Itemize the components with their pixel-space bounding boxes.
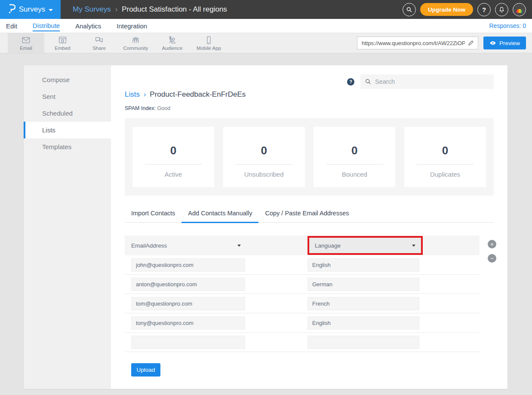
manual-contacts-table-wrap: EmailAddress Language bbox=[125, 236, 494, 352]
responses-count: Responses: 0 bbox=[489, 22, 526, 29]
language-input[interactable] bbox=[308, 316, 419, 330]
sidebar-item-lists[interactable]: Lists bbox=[24, 122, 111, 138]
tab-copy-paste-email-addresses[interactable]: Copy / Paste Email Addresses bbox=[258, 210, 355, 222]
avatar[interactable] bbox=[513, 3, 526, 16]
breadcrumb-survey-title: Product Satisfaction - All regions bbox=[122, 5, 227, 14]
nav-item-integration[interactable]: Integration bbox=[117, 21, 147, 31]
toolbar-item-community[interactable]: Community bbox=[117, 33, 154, 53]
email-input[interactable] bbox=[131, 316, 245, 330]
toolbar-label: Embed bbox=[55, 46, 70, 51]
language-input[interactable] bbox=[308, 258, 419, 272]
distribute-toolbar: Email Embed Share Community $ Audience M… bbox=[0, 33, 532, 53]
upload-button[interactable]: Upload bbox=[131, 363, 160, 377]
stat-label: Bounced bbox=[314, 171, 395, 178]
stat-value: 0 bbox=[404, 144, 486, 157]
chat-bubbles-icon bbox=[95, 36, 104, 45]
email-input[interactable] bbox=[131, 297, 245, 310]
language-input[interactable] bbox=[308, 278, 419, 291]
upgrade-now-button[interactable]: Upgrade Now bbox=[420, 3, 473, 16]
breadcrumb-separator: › bbox=[115, 6, 117, 13]
language-input[interactable] bbox=[308, 336, 419, 349]
divider bbox=[416, 164, 474, 165]
highlight-annotation: Language bbox=[308, 236, 423, 255]
sidebar-item-templates[interactable]: Templates bbox=[24, 138, 111, 155]
app-header: Surveys My Surveys › Product Satisfactio… bbox=[0, 0, 532, 19]
stat-card-bounced: 0 Bounced bbox=[314, 127, 395, 187]
toolbar-item-embed[interactable]: Embed bbox=[44, 33, 81, 53]
nav-item-analytics[interactable]: Analytics bbox=[75, 21, 101, 31]
toolbar-item-email[interactable]: Email bbox=[8, 33, 44, 53]
add-row-button[interactable]: + bbox=[488, 240, 496, 248]
page-body: Compose Sent Scheduled Lists Templates ?… bbox=[0, 53, 532, 389]
preview-button[interactable]: Preview bbox=[483, 37, 526, 49]
contacts-search-input[interactable] bbox=[375, 78, 489, 85]
header-actions: Upgrade Now ? bbox=[403, 0, 532, 19]
product-switcher[interactable]: Surveys bbox=[0, 0, 61, 19]
global-search-button[interactable] bbox=[403, 3, 416, 16]
breadcrumb-my-surveys[interactable]: My Surveys bbox=[73, 5, 111, 14]
table-header-row: EmailAddress Language bbox=[125, 236, 480, 255]
sidebar-item-sent[interactable]: Sent bbox=[24, 88, 111, 105]
survey-nav: Edit Distribute Analytics Integration Re… bbox=[0, 19, 532, 33]
spam-index-label: SPAM Index: bbox=[125, 105, 156, 111]
contact-row bbox=[125, 255, 480, 275]
remove-row-button[interactable]: − bbox=[488, 254, 496, 263]
stat-label: Duplicates bbox=[404, 171, 486, 178]
email-column-value: EmailAddress bbox=[131, 242, 167, 249]
contact-row bbox=[125, 313, 480, 333]
stat-value: 0 bbox=[314, 144, 395, 157]
browser-gear-icon bbox=[58, 36, 67, 45]
search-row: ? bbox=[125, 74, 494, 89]
sidebar-item-scheduled[interactable]: Scheduled bbox=[24, 105, 111, 122]
email-column-select[interactable]: EmailAddress bbox=[131, 242, 245, 249]
email-input[interactable] bbox=[131, 278, 245, 291]
toolbar-item-share[interactable]: Share bbox=[81, 33, 117, 53]
tab-import-contacts[interactable]: Import Contacts bbox=[125, 210, 181, 222]
survey-url-wrap bbox=[357, 37, 478, 49]
eye-icon bbox=[489, 40, 496, 46]
language-input[interactable] bbox=[308, 297, 419, 310]
search-icon bbox=[406, 6, 412, 13]
email-input[interactable] bbox=[131, 258, 245, 272]
toolbar-label: Share bbox=[92, 46, 106, 51]
help-button[interactable]: ? bbox=[477, 3, 491, 16]
email-input[interactable] bbox=[131, 336, 245, 349]
contextual-help-icon[interactable]: ? bbox=[347, 78, 354, 86]
toolbar-item-audience[interactable]: $ Audience bbox=[154, 33, 191, 53]
tab-add-contacts-manually[interactable]: Add Contacts Manually bbox=[181, 210, 258, 223]
nav-item-distribute[interactable]: Distribute bbox=[33, 20, 60, 31]
people-group-icon bbox=[131, 36, 140, 45]
email-side-nav: Compose Sent Scheduled Lists Templates bbox=[24, 65, 111, 389]
language-column-value: Language bbox=[315, 242, 341, 249]
spam-index-value: Good bbox=[157, 105, 171, 111]
notifications-button[interactable] bbox=[495, 3, 508, 16]
contact-row bbox=[125, 333, 480, 352]
list-breadcrumb: Lists › Product-Feedback-EnFrDeEs bbox=[125, 90, 494, 99]
nav-item-edit[interactable]: Edit bbox=[6, 21, 17, 31]
language-column-select[interactable]: Language bbox=[309, 238, 421, 253]
contact-row bbox=[125, 275, 480, 294]
stat-card-unsubscribed: 0 Unsubscribed bbox=[223, 127, 305, 187]
manual-contacts-table: EmailAddress Language bbox=[125, 236, 480, 352]
paid-audience-icon: $ bbox=[168, 36, 177, 45]
svg-text:$: $ bbox=[169, 36, 172, 40]
header-cell-language: Language bbox=[308, 237, 423, 254]
preview-label: Preview bbox=[499, 40, 520, 46]
breadcrumb: My Surveys › Product Satisfaction - All … bbox=[73, 0, 227, 19]
questionpro-logo-icon bbox=[8, 3, 15, 15]
edit-url-icon[interactable] bbox=[468, 39, 475, 46]
stat-card-duplicates: 0 Duplicates bbox=[404, 127, 486, 187]
breadcrumb-separator: › bbox=[144, 91, 146, 98]
toolbar-label: Audience bbox=[162, 46, 183, 51]
survey-url-input[interactable] bbox=[357, 37, 478, 49]
product-name: Surveys bbox=[19, 5, 45, 14]
stat-label: Active bbox=[132, 171, 214, 178]
stat-label: Unsubscribed bbox=[223, 171, 305, 178]
breadcrumb-lists-link[interactable]: Lists bbox=[125, 90, 140, 99]
chevron-down-icon bbox=[412, 245, 415, 247]
sidebar-item-compose[interactable]: Compose bbox=[24, 71, 111, 88]
toolbar-item-mobile-app[interactable]: Mobile App bbox=[191, 33, 227, 53]
envelope-icon bbox=[22, 36, 31, 45]
spam-index: SPAM Index: Good bbox=[125, 105, 494, 111]
bell-icon bbox=[498, 6, 505, 13]
